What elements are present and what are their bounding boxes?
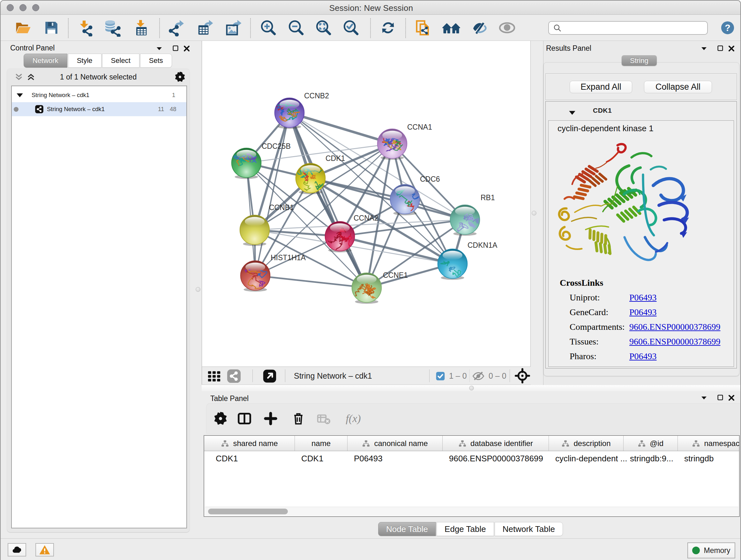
crosshair-icon[interactable] <box>515 368 530 383</box>
network-node-CCNB1[interactable] <box>240 215 270 246</box>
help-button[interactable]: ? <box>719 19 737 37</box>
zoom-selected-button[interactable] <box>342 19 360 37</box>
network-node-RB1[interactable] <box>450 205 480 236</box>
import-table-button[interactable] <box>131 19 149 37</box>
tab-node-table[interactable]: Node Table <box>378 522 436 536</box>
maximize-panel-icon[interactable] <box>717 394 724 401</box>
float-panel-icon[interactable] <box>700 394 708 401</box>
close-panel-icon[interactable] <box>183 45 191 52</box>
column-header-name[interactable]: name <box>295 436 347 451</box>
splitter-knob[interactable] <box>469 386 474 390</box>
network-view-canvas[interactable]: CCNB2CCNA1CDC25BCDK1CDC6RB1CCNB1CCNA2CDK… <box>202 41 531 367</box>
create-column-icon[interactable] <box>263 411 278 426</box>
cell-description[interactable]: cyclin-dependent ... <box>555 454 627 463</box>
search-input[interactable] <box>562 24 703 32</box>
network-options-gear-icon[interactable] <box>174 71 186 83</box>
warning-status-button[interactable] <box>36 543 54 557</box>
delete-table-icon[interactable] <box>316 411 331 426</box>
horizontal-scrollbar[interactable] <box>205 507 738 516</box>
column-header-description[interactable]: description <box>549 436 623 451</box>
copy-style-button[interactable] <box>414 19 432 37</box>
column-header-database-identifier[interactable]: database identifier <box>443 436 549 451</box>
save-session-button[interactable] <box>43 19 60 37</box>
splitter-bottom[interactable] <box>202 385 741 391</box>
column-header-shared-name[interactable]: shared name <box>204 436 295 451</box>
cloud-status-button[interactable] <box>8 543 26 557</box>
string-home-button[interactable] <box>442 19 460 37</box>
open-in-window-icon[interactable] <box>262 368 277 384</box>
float-panel-icon[interactable] <box>155 45 163 52</box>
tab-network-table[interactable]: Network Table <box>495 522 563 536</box>
hidden-eye-slash-icon[interactable] <box>472 370 485 382</box>
splitter-left[interactable] <box>192 41 202 385</box>
cell-database-identifier[interactable]: 9606.ENSP00000378699 <box>449 454 543 463</box>
export-network-button[interactable] <box>167 19 185 37</box>
close-panel-icon[interactable] <box>728 394 735 401</box>
export-image-button[interactable] <box>224 19 242 37</box>
network-node-CCNA2[interactable] <box>325 221 355 253</box>
delete-column-icon[interactable] <box>291 411 306 426</box>
splitter-knob[interactable] <box>532 211 536 215</box>
results-tab-string[interactable]: String <box>622 55 657 66</box>
birdseye-grid-icon[interactable] <box>206 368 222 384</box>
protein-card-header[interactable]: CDK1 <box>546 102 737 120</box>
network-edge[interactable] <box>255 113 289 275</box>
collapse-card-icon[interactable] <box>568 109 576 117</box>
selected-checkbox-icon[interactable] <box>435 371 446 381</box>
crosslink-value-link[interactable]: P06493 <box>629 307 657 317</box>
table-row[interactable]: CDK1CDK1P064939606.ENSP00000378699cyclin… <box>204 451 739 465</box>
tab-style[interactable]: Style <box>68 54 102 68</box>
hide-glass-button[interactable] <box>470 19 488 37</box>
zoom-out-button[interactable] <box>287 19 305 37</box>
apply-layout-button[interactable] <box>379 19 397 37</box>
float-panel-icon[interactable] <box>700 45 708 52</box>
memory-button[interactable]: Memory <box>687 543 735 558</box>
cell-name[interactable]: CDK1 <box>301 454 323 463</box>
cell-shared-name[interactable]: CDK1 <box>216 454 238 463</box>
close-panel-icon[interactable] <box>728 45 735 52</box>
network-collection-row[interactable]: String Network – cdk1 1 <box>12 88 186 102</box>
network-node-CCNE1[interactable] <box>351 273 382 304</box>
maximize-panel-icon[interactable] <box>172 45 179 52</box>
crosslink-value-link[interactable]: P06493 <box>629 351 657 361</box>
cell-canonical-name[interactable]: P06493 <box>354 454 383 463</box>
network-node-CDC25B[interactable] <box>228 148 261 179</box>
column-header-namespace[interactable]: namespace <box>678 436 740 451</box>
network-node-HIST1H1A[interactable] <box>240 260 270 292</box>
zoom-in-button[interactable] <box>259 19 277 37</box>
network-row-selected[interactable]: String Network – cdk1 11 48 <box>12 102 186 116</box>
crosslink-value-link[interactable]: 9606.ENSP00000378699 <box>629 322 720 332</box>
column-header-canonical-name[interactable]: canonical name <box>347 436 443 451</box>
tree-expander-icon[interactable] <box>16 91 24 99</box>
expand-all-button[interactable]: Expand All <box>569 81 632 93</box>
network-edge[interactable] <box>289 113 392 144</box>
crosslink-value-link[interactable]: P06493 <box>629 293 657 303</box>
import-network-from-database-button[interactable] <box>104 19 121 37</box>
collapse-all-button[interactable]: Collapse All <box>644 81 712 93</box>
tab-sets[interactable]: Sets <box>140 54 172 68</box>
tab-edge-table[interactable]: Edge Table <box>436 522 494 536</box>
show-columns-icon[interactable] <box>237 411 252 426</box>
network-node-CDK1[interactable] <box>295 163 330 194</box>
network-node-CCNB2[interactable] <box>268 98 305 129</box>
import-network-button[interactable] <box>77 19 95 37</box>
column-header-@id[interactable]: @id <box>623 436 678 451</box>
splitter-knob[interactable] <box>196 287 200 292</box>
export-table-button[interactable] <box>196 19 214 37</box>
crosslink-value-link[interactable]: 9606.ENSP00000378699 <box>629 336 720 347</box>
splitter-right[interactable] <box>531 41 543 385</box>
network-edge[interactable] <box>255 275 367 288</box>
network-node-CDKN1A[interactable] <box>437 249 468 280</box>
maximize-panel-icon[interactable] <box>717 45 724 52</box>
tab-select[interactable]: Select <box>102 54 139 68</box>
tab-network[interactable]: Network <box>23 54 67 68</box>
function-builder-icon[interactable]: f(x) <box>339 411 367 426</box>
network-share-icon[interactable] <box>226 368 242 384</box>
zoom-fit-button[interactable] <box>314 19 332 37</box>
show-glass-button[interactable] <box>498 19 516 37</box>
cell-@id[interactable]: stringdb:9... <box>630 454 673 463</box>
table-options-gear-icon[interactable] <box>213 411 228 426</box>
cell-namespace[interactable]: stringdb <box>684 454 714 463</box>
open-session-button[interactable] <box>14 19 32 37</box>
scrollbar-thumb[interactable] <box>208 509 288 514</box>
